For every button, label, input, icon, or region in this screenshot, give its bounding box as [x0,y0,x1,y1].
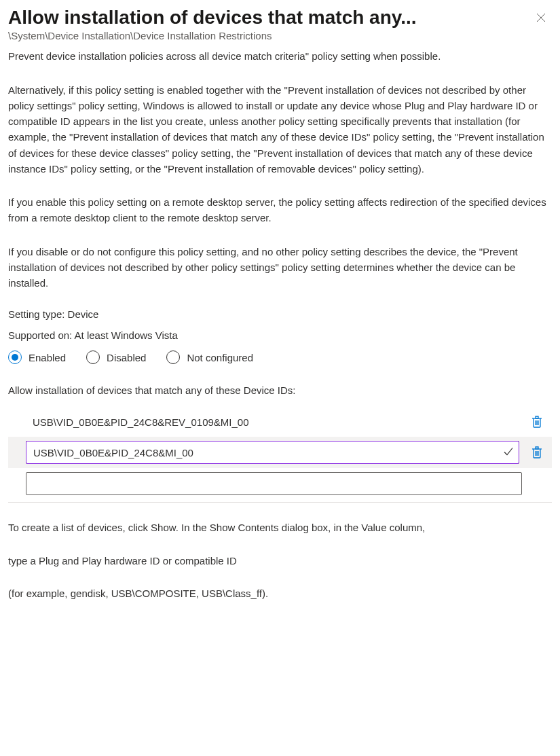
description-paragraph: If you disable or do not configure this … [8,244,552,291]
trash-icon [531,416,542,428]
trash-icon [531,446,542,458]
device-list-label: Allow installation of devices that match… [8,384,552,396]
radio-icon [86,350,100,364]
close-button[interactable] [530,7,552,29]
state-radio-group: Enabled Disabled Not configured [8,350,552,364]
footer-paragraph: type a Plug and Play hardware ID or comp… [8,554,552,569]
setting-type: Setting type: Device [8,308,552,320]
confirm-edit-button[interactable] [503,446,514,459]
description-paragraph: If you enable this policy setting on a r… [8,194,552,226]
radio-label: Enabled [29,352,66,363]
device-id-new-row [8,468,552,502]
radio-enabled[interactable]: Enabled [8,350,66,364]
delete-row-button[interactable] [526,446,548,458]
page-title: Allow installation of devices that match… [8,7,417,29]
radio-icon [8,350,22,364]
device-id-value: USB\VID_0B0E&PID_24C8&REV_0109&MI_00 [26,412,519,432]
delete-row-button[interactable] [526,416,548,428]
radio-disabled[interactable]: Disabled [86,350,146,364]
close-icon [536,13,546,22]
footer-paragraph: To create a list of devices, click Show.… [8,520,552,536]
radio-not-configured[interactable]: Not configured [166,350,253,364]
device-id-list: USB\VID_0B0E&PID_24C8&REV_0109&MI_00 [8,407,552,503]
device-id-new-input[interactable] [26,472,522,495]
radio-label: Disabled [107,352,146,363]
description-paragraph: target Windows 10 versions. It is recomm… [8,50,552,65]
device-id-row [8,437,552,468]
radio-label: Not configured [187,352,253,363]
checkmark-icon [503,446,514,457]
device-id-input[interactable] [26,441,519,464]
radio-icon [166,350,180,364]
footer-paragraph: (for example, gendisk, USB\COMPOSITE, US… [8,586,552,602]
supported-on: Supported on: At least Windows Vista [8,329,552,341]
device-id-row[interactable]: USB\VID_0B0E&PID_24C8&REV_0109&MI_00 [8,407,552,437]
breadcrumb: \System\Device Installation\Device Insta… [8,30,552,41]
description-paragraph: Alternatively, if this policy setting is… [8,82,552,177]
